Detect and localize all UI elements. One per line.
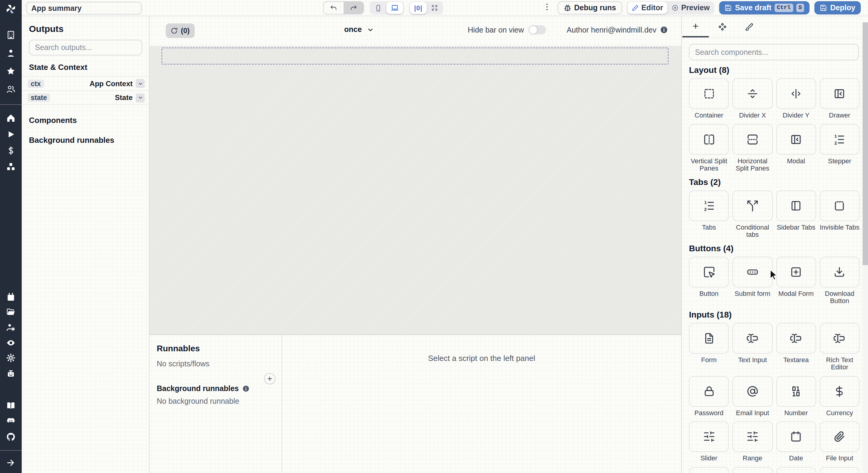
component-label: Drawer	[829, 112, 850, 119]
component-cell: Conditional tabs	[733, 190, 773, 238]
component-modal[interactable]	[776, 124, 816, 155]
v-split-icon	[703, 133, 715, 146]
sidebar-item-bot[interactable]	[6, 369, 16, 378]
schedule-dropdown[interactable]: once	[341, 25, 378, 34]
redo-icon	[350, 4, 358, 12]
component-vertical-split-panes[interactable]	[689, 124, 729, 155]
component-number[interactable]	[776, 376, 816, 406]
tab-insert-component[interactable]: +	[682, 16, 709, 37]
component-divider-x[interactable]	[733, 78, 773, 109]
redo-button[interactable]	[344, 2, 364, 14]
sidebar-item-star[interactable]	[6, 66, 16, 76]
fullwidth-button[interactable]	[427, 2, 442, 14]
sidebar-item-arrow-right[interactable]	[6, 458, 16, 468]
component-textarea[interactable]	[776, 323, 816, 353]
component-slider[interactable]	[689, 421, 729, 452]
component-label: Sidebar Tabs	[777, 223, 815, 231]
component-button[interactable]	[689, 256, 729, 287]
sidebar-item-boxes[interactable]	[6, 162, 16, 172]
sidebar-tabs-icon	[789, 199, 802, 212]
component-drawer[interactable]	[820, 78, 860, 109]
state-row-state[interactable]: stateState	[22, 90, 149, 105]
state-row-ctx[interactable]: ctxApp Context	[22, 76, 149, 90]
tab-editor[interactable]: Editor	[627, 2, 667, 14]
component-email-input[interactable]	[733, 376, 773, 406]
panel-scrollbar[interactable]	[863, 22, 868, 473]
app-canvas[interactable]	[150, 46, 681, 335]
tab-preview[interactable]: Preview	[667, 2, 714, 14]
sidebar-item-discord[interactable]	[6, 416, 16, 426]
sidebar-item-home[interactable]	[6, 113, 16, 123]
component-horizontal-split-panes[interactable]	[733, 124, 773, 155]
component-card-partial[interactable]	[820, 467, 860, 473]
sidebar-item-calendar[interactable]	[6, 292, 16, 302]
runnable-detail-placeholder: Select a script on the left panel	[428, 354, 535, 363]
component-range[interactable]	[733, 421, 773, 452]
component-cell: 12Stepper	[820, 124, 860, 172]
component-cell: Container	[689, 78, 729, 119]
sidebar-item-book-open[interactable]	[6, 401, 16, 410]
component-submit-form[interactable]	[733, 256, 773, 287]
sidebar-item-gear[interactable]	[6, 353, 16, 363]
sidebar-item-user[interactable]	[6, 48, 16, 58]
desktop-view-button[interactable]	[386, 2, 403, 14]
info-icon[interactable]	[660, 26, 668, 34]
sidebar-item-building[interactable]	[6, 30, 16, 40]
component-card-partial[interactable]	[733, 467, 773, 473]
debug-runs-button[interactable]: Debug runs	[557, 1, 622, 14]
refresh-button[interactable]: (0)	[166, 24, 194, 38]
empty-dropzone[interactable]	[161, 48, 669, 64]
component-card-partial[interactable]	[776, 467, 816, 473]
svg-text:2: 2	[835, 140, 837, 145]
add-background-runnable-button[interactable]	[264, 373, 276, 384]
component-card-partial[interactable]	[689, 467, 729, 473]
sidebar-item-users[interactable]	[6, 84, 16, 94]
component-text-input[interactable]	[733, 323, 773, 353]
sidebar-item-play[interactable]	[6, 130, 16, 139]
info-icon[interactable]	[242, 385, 250, 392]
hide-bar-toggle[interactable]	[529, 25, 546, 34]
component-rich-text-editor[interactable]	[820, 323, 860, 353]
scrollbar-thumb[interactable]	[863, 22, 868, 265]
user-icon	[6, 48, 16, 58]
text-input-icon	[746, 332, 759, 344]
mobile-view-button[interactable]	[370, 2, 386, 14]
sidebar-item-users-gear[interactable]	[6, 322, 16, 332]
component-conditional-tabs[interactable]	[733, 190, 773, 221]
center-canvas-button[interactable]: |0|	[410, 2, 427, 14]
search-components-input[interactable]	[689, 44, 859, 60]
expand-row-button[interactable]	[135, 79, 145, 88]
save-draft-button[interactable]: Save draft Ctrl S	[719, 1, 810, 14]
sidebar-item-folder-open[interactable]	[6, 307, 16, 317]
more-menu-button[interactable]	[541, 2, 553, 13]
sidebar-item-eye[interactable]	[6, 338, 16, 348]
component-stepper[interactable]: 12	[820, 124, 860, 155]
component-download-button[interactable]	[820, 256, 860, 287]
app-summary-input[interactable]	[26, 2, 142, 14]
component-form[interactable]	[689, 323, 729, 353]
tab-component-settings[interactable]	[709, 16, 735, 37]
search-outputs-input[interactable]	[29, 40, 142, 56]
component-tabs[interactable]: 12	[689, 190, 729, 221]
component-cell: Password	[689, 376, 729, 416]
sidebar-item-github[interactable]	[6, 432, 16, 442]
component-currency[interactable]	[820, 376, 860, 406]
component-invisible-tabs[interactable]	[820, 190, 860, 221]
component-modal-form[interactable]	[776, 256, 816, 287]
component-cell: Download Button	[820, 256, 860, 305]
svg-text:1: 1	[835, 133, 837, 138]
component-container[interactable]	[689, 78, 729, 109]
expand-row-button[interactable]	[135, 93, 145, 102]
component-date[interactable]	[776, 421, 816, 452]
runnables-list: Runnables No scripts/flows Background ru…	[150, 335, 282, 473]
component-file-input[interactable]	[820, 421, 860, 452]
component-sidebar-tabs[interactable]	[776, 190, 816, 221]
tab-styling[interactable]	[735, 16, 762, 37]
component-password[interactable]	[689, 376, 729, 406]
undo-button[interactable]	[324, 2, 344, 14]
component-divider-y[interactable]	[776, 78, 816, 109]
component-cell: Modal	[776, 124, 816, 172]
sidebar-item-dollar[interactable]	[6, 146, 16, 155]
deploy-button[interactable]: Deploy	[815, 1, 861, 14]
windmill-logo-icon[interactable]	[5, 3, 17, 15]
